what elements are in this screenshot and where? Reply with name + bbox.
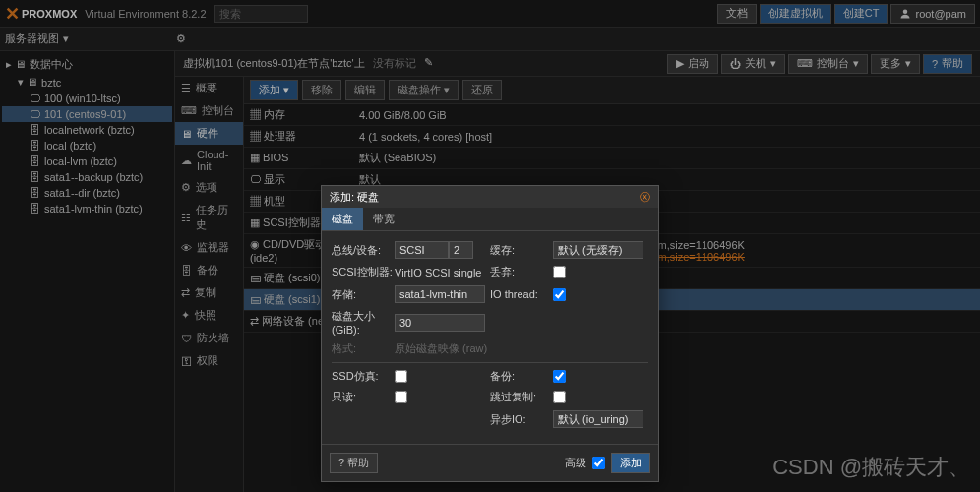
bus-num-input[interactable]: [449, 241, 473, 259]
dialog-title: 添加: 硬盘: [330, 190, 379, 205]
cache-label: 缓存:: [490, 243, 553, 258]
aio-select[interactable]: [553, 410, 643, 428]
readonly-checkbox[interactable]: [395, 391, 407, 403]
aio-label: 异步IO:: [490, 412, 553, 427]
backup-label: 备份:: [490, 369, 553, 384]
storage-select[interactable]: [395, 285, 485, 303]
iothread-checkbox[interactable]: [553, 288, 566, 301]
iothread-label: IO thread:: [490, 288, 553, 300]
help-button[interactable]: ? 帮助: [330, 453, 378, 473]
ssd-checkbox[interactable]: [395, 370, 407, 383]
skiprepl-label: 跳过复制:: [490, 390, 553, 404]
cache-select[interactable]: [553, 241, 643, 259]
add-disk-dialog: 添加: 硬盘 ⓧ 磁盘 带宽 总线/设备: 缓存: SCSI控制器:VirtIO…: [321, 185, 659, 482]
ssd-label: SSD仿真:: [332, 369, 395, 384]
discard-label: 丢弃:: [490, 265, 553, 279]
readonly-label: 只读:: [332, 390, 395, 404]
watermark: CSDN @搬砖天才、: [772, 453, 970, 482]
bus-select[interactable]: [395, 241, 449, 259]
bus-label: 总线/设备:: [332, 243, 395, 258]
close-icon[interactable]: ⓧ: [640, 190, 650, 205]
storage-label: 存储:: [332, 287, 395, 302]
tab-disk[interactable]: 磁盘: [322, 208, 363, 230]
backup-checkbox[interactable]: [553, 370, 566, 383]
advanced-label: 高级: [565, 456, 586, 470]
skiprepl-checkbox[interactable]: [553, 391, 566, 403]
format-value: 原始磁盘映像 (raw): [395, 341, 487, 356]
add-confirm-button[interactable]: 添加: [611, 453, 650, 473]
scsi-ctrl-label: SCSI控制器:: [332, 265, 395, 279]
tab-bandwidth[interactable]: 带宽: [363, 208, 404, 230]
discard-checkbox[interactable]: [553, 266, 566, 278]
dialog-title-bar[interactable]: 添加: 硬盘 ⓧ: [322, 186, 658, 208]
size-label: 磁盘大小 (GiB):: [332, 309, 395, 336]
scsi-ctrl-value: VirtIO SCSI single: [395, 267, 481, 278]
size-input[interactable]: [395, 314, 485, 332]
format-label: 格式:: [332, 341, 395, 356]
advanced-checkbox[interactable]: [592, 457, 605, 469]
